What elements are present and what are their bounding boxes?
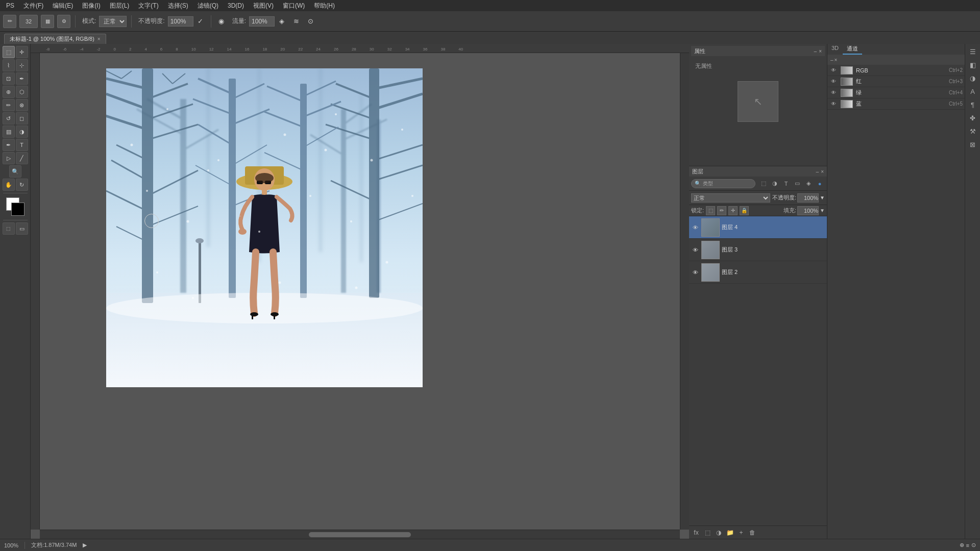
patch-tool[interactable]: ⬡ — [16, 86, 28, 98]
opacity-stepper-icon[interactable]: ▼ — [820, 195, 825, 201]
quick-select-tool[interactable]: ⊹ — [16, 59, 28, 71]
properties-icon[interactable]: ☰ — [967, 46, 978, 57]
lock-artboards-btn[interactable]: ✛ — [728, 206, 738, 215]
filter-adj-btn[interactable]: ◑ — [770, 179, 780, 189]
dodge-tool[interactable]: ◑ — [16, 126, 28, 138]
add-mask-btn[interactable]: ⬚ — [702, 528, 713, 538]
layer-4-eye[interactable]: 👁 — [691, 223, 699, 232]
3d-tab[interactable]: 3D — [827, 44, 843, 55]
libraries-icon[interactable]: ◧ — [967, 59, 978, 70]
channel-green-eye[interactable]: 👁 — [829, 90, 838, 95]
tab-close-btn[interactable]: × — [97, 36, 101, 42]
marquee-tool[interactable]: ⬚ — [3, 46, 15, 58]
blend-mode-select[interactable]: 正常 溶解 变暗 — [99, 16, 127, 27]
attrs-collapse-icon[interactable]: – — [814, 48, 817, 54]
crop-tool[interactable]: ⊡ — [3, 72, 15, 85]
scrollbar-bottom[interactable] — [40, 530, 680, 539]
scrollbar-right[interactable] — [680, 53, 689, 530]
pen-tool[interactable]: ✒ — [3, 139, 15, 151]
brush-tool[interactable]: ✏ — [3, 99, 15, 111]
channel-green[interactable]: 👁 绿 Ctrl+4 — [827, 87, 965, 98]
channel-red[interactable]: 👁 红 Ctrl+3 — [827, 76, 965, 87]
filter-active-btn[interactable]: ● — [815, 179, 825, 189]
content-aware-icon[interactable]: ⊠ — [967, 139, 978, 150]
lock-position-btn[interactable]: ✏ — [717, 206, 726, 215]
filter-shape-btn[interactable]: ▭ — [792, 179, 802, 189]
history-brush-tool[interactable]: ↺ — [3, 112, 15, 124]
gradient-tool[interactable]: ▤ — [3, 126, 15, 138]
tools2-icon[interactable]: ⚒ — [967, 126, 978, 137]
menu-ps[interactable]: PS — [2, 1, 18, 10]
scrollbar-thumb[interactable] — [309, 532, 411, 537]
status-icon1[interactable]: ⊕ — [960, 542, 964, 548]
menu-image[interactable]: 图像(I) — [78, 1, 104, 11]
menu-edit[interactable]: 编辑(E) — [48, 1, 77, 11]
glyph-icon[interactable]: ✤ — [967, 112, 978, 123]
eyedropper-tool[interactable]: ✒ — [16, 72, 28, 85]
clone-tool[interactable]: ⊗ — [16, 99, 28, 111]
zoom-tool[interactable]: 🔍 — [9, 165, 21, 178]
attrs-close-icon[interactable]: × — [819, 48, 822, 54]
status-arrow[interactable]: ▶ — [83, 542, 87, 548]
adjustments-icon[interactable]: ◑ — [967, 72, 978, 84]
fill-stepper-icon[interactable]: ▼ — [820, 208, 825, 213]
brush-size-display[interactable]: 32 — [19, 15, 38, 28]
flow-icon[interactable]: ◈ — [276, 16, 287, 27]
menu-file[interactable]: 文件(F) — [19, 1, 47, 11]
channels-collapse-icon[interactable]: – — [830, 57, 834, 63]
layer-2-eye[interactable]: 👁 — [691, 268, 699, 277]
brush-preset-btn[interactable]: ▦ — [41, 15, 54, 28]
channel-blue-eye[interactable]: 👁 — [829, 101, 838, 107]
channel-rgb-eye[interactable]: 👁 — [829, 67, 838, 73]
direct-select-tool[interactable]: ╱ — [16, 152, 28, 164]
opacity-input[interactable] — [168, 16, 193, 27]
angle-icon[interactable]: ⊙ — [305, 16, 316, 27]
type-tool[interactable]: T — [16, 139, 28, 151]
quick-mask-btn[interactable]: ⬚ — [3, 222, 15, 235]
brush-options-btn[interactable]: ⚙ — [57, 15, 70, 28]
character-icon[interactable]: A — [967, 86, 978, 97]
lock-all-btn[interactable]: 🔒 — [740, 206, 749, 215]
channels-tab[interactable]: 通道 — [843, 44, 862, 55]
move-tool[interactable]: ✛ — [16, 46, 28, 58]
canvas-viewport[interactable] — [40, 53, 680, 530]
airbrush-icon[interactable]: ◉ — [216, 16, 227, 27]
fill-input[interactable] — [797, 206, 819, 215]
paragraph-icon[interactable]: ¶ — [967, 99, 978, 110]
status-icon3[interactable]: ⊙ — [971, 542, 976, 548]
foreground-color-swatch[interactable] — [11, 203, 24, 216]
opacity-check-icon[interactable]: ✓ — [195, 16, 206, 27]
add-effect-btn[interactable]: fx — [691, 528, 701, 538]
new-layer-btn[interactable]: + — [736, 528, 746, 538]
menu-type[interactable]: 文字(T) — [134, 1, 162, 11]
screen-mode-btn[interactable]: ▭ — [16, 222, 28, 235]
menu-3d[interactable]: 3D(D) — [224, 1, 248, 10]
brush-tool-btn[interactable]: ✏ — [3, 15, 16, 28]
layers-close-icon[interactable]: × — [821, 169, 824, 174]
healing-tool[interactable]: ⊕ — [3, 86, 15, 98]
channels-close-icon[interactable]: × — [835, 57, 838, 63]
hand-tool[interactable]: ✋ — [3, 179, 15, 191]
menu-help[interactable]: 帮助(H) — [310, 1, 339, 11]
layers-blend-mode[interactable]: 正常 — [691, 193, 770, 203]
layer-3-eye[interactable]: 👁 — [691, 246, 699, 254]
filter-smart-btn[interactable]: ◈ — [803, 179, 814, 189]
menu-filter[interactable]: 滤镜(Q) — [193, 1, 223, 11]
filter-type-btn[interactable]: T — [781, 179, 791, 189]
layers-opacity-input[interactable] — [797, 193, 819, 203]
lasso-tool[interactable]: ⌇ — [3, 59, 15, 71]
rotate-view-tool[interactable]: ↻ — [16, 179, 28, 191]
new-adjustment-btn[interactable]: ◑ — [714, 528, 724, 538]
layer-item-4[interactable]: 👁 图层 4 — [689, 216, 827, 239]
filter-pixel-btn[interactable]: ⬚ — [758, 179, 769, 189]
menu-select[interactable]: 选择(S) — [164, 1, 192, 11]
path-select-tool[interactable]: ▷ — [3, 152, 15, 164]
lock-pixels-btn[interactable]: ⬚ — [706, 206, 715, 215]
new-group-btn[interactable]: 📁 — [725, 528, 735, 538]
smooth-icon[interactable]: ≋ — [290, 16, 302, 27]
flow-input[interactable] — [249, 16, 275, 27]
layer-item-3[interactable]: 👁 图层 3 — [689, 239, 827, 261]
menu-window[interactable]: 窗口(W) — [279, 1, 309, 11]
eraser-tool[interactable]: ◻ — [16, 112, 28, 124]
delete-layer-btn[interactable]: 🗑 — [747, 528, 757, 538]
